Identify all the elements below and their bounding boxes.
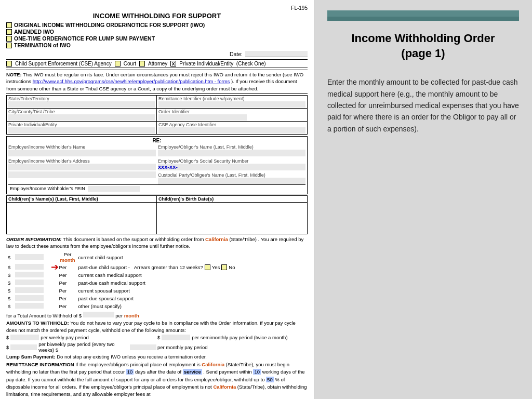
date-input[interactable] [245, 51, 308, 57]
remittance-text1: If the employee/obligor's principal plac… [75, 362, 201, 367]
checkbox-amended[interactable] [6, 29, 12, 35]
amount-field-6[interactable] [15, 303, 44, 309]
remittance-state: California [202, 362, 224, 367]
type-original: ORIGINAL INCOME WITHHOLDING ORDER/NOTICE… [6, 22, 308, 28]
service-label: service [183, 369, 202, 375]
amount-field-3[interactable] [15, 280, 44, 285]
cse-label: Child Support Enforcement (CSE) Agency [15, 61, 112, 66]
type-one-time: ONE-TIME ORDER/NOTICE FOR LUMP SUM PAYME… [6, 35, 308, 42]
order-id-field: Order Identifier [157, 109, 307, 122]
amount-field-4[interactable] [15, 287, 44, 293]
employee-name-value[interactable] [158, 150, 305, 156]
amount-field-0[interactable] [15, 254, 44, 260]
month-label: month [124, 313, 139, 318]
cse-case-id-value[interactable] [158, 127, 305, 134]
weekly-field[interactable] [10, 335, 39, 340]
checkbox-private[interactable]: X [170, 61, 176, 66]
pay-row-semimonthly: $ per semimonthly pay period (twice a mo… [157, 335, 308, 340]
semimonthly-label: per semimonthly pay period (twice a mont… [192, 335, 287, 340]
not-state: California [213, 384, 236, 390]
amount-field-2[interactable] [15, 272, 44, 277]
employer-address-line2[interactable] [8, 171, 156, 178]
type-termination-label: TERMINATION of IWO [14, 42, 71, 48]
employer-name-field: Employer/Income Withholder's Name [8, 144, 156, 156]
arrears-label: Arrears greater than 12 weeks? [134, 264, 203, 270]
form-title: INCOME WITHHOLDING FOR SUPPORT [6, 12, 308, 20]
checkbox-yes[interactable] [205, 264, 210, 270]
fein-value[interactable] [88, 186, 140, 192]
date-row: Date: [6, 51, 308, 57]
pay-row-biweekly: $ per biweekly pay period (every two wee… [6, 341, 156, 353]
checkbox-termination[interactable] [6, 43, 12, 48]
remittance-label: REMITTANCE INFORMATION [6, 362, 74, 367]
employee-ssn-value[interactable]: xxx-xx- [158, 164, 305, 170]
cse-case-id-field: CSE Agency Case Identifier [157, 122, 307, 134]
amount-field-1[interactable] [15, 264, 44, 270]
amount-field-5[interactable] [15, 295, 44, 301]
pay-row-weekly: $ per weekly pay period [6, 335, 156, 340]
note-link[interactable]: http://www.acf.hhs.gov/programs/cse/newh… [33, 78, 230, 84]
percent-value[interactable]: 50 [266, 377, 274, 382]
re-label: RE: [8, 138, 305, 143]
days-value[interactable]: 10 [126, 369, 134, 375]
total-row: for a Total Amount to Withhold of $ per … [6, 312, 308, 318]
amounts-label: AMOUNTS TO WITHHOLD: [6, 320, 69, 326]
monthly-label: per monthly pay period [157, 344, 208, 350]
remittance-id-field: Remittance Identifier (include w/payment… [157, 96, 307, 109]
private-entity-value[interactable] [8, 127, 155, 134]
total-label: for a Total Amount to Withhold of $ [6, 313, 82, 318]
custodial-name-value[interactable] [158, 178, 305, 184]
checkbox-one-time[interactable] [6, 36, 12, 42]
amount-label-4: current spousal support [78, 287, 307, 294]
state-territory-value[interactable] [8, 101, 155, 108]
info-panel-header-bar [327, 10, 519, 17]
per-label: per [115, 313, 124, 318]
type-amended-label: AMENDED IWO [14, 29, 54, 35]
sender-row: Child Support Enforcement (CSE) Agency C… [6, 59, 308, 68]
total-field[interactable] [83, 312, 114, 317]
children-section: Child(ren)'s Name(s) (Last, First, Middl… [6, 195, 308, 234]
info-panel: Income Withholding Order(page 1) Enter t… [314, 0, 532, 399]
checkbox-cse[interactable] [6, 61, 12, 66]
checkbox-attorney[interactable] [139, 61, 145, 66]
arrears-question: Arrears greater than 12 weeks? Yes No [134, 264, 235, 270]
remittance-section: REMITTANCE INFORMATION If the employee/o… [6, 361, 308, 399]
order-info-label: ORDER INFORMATION: [6, 236, 61, 242]
attorney-label: Attorney [148, 61, 167, 66]
yes-label: Yes [212, 264, 220, 270]
employer-address-line1[interactable] [8, 164, 156, 170]
city-county-field: City/County/Dist./Tribe [7, 109, 157, 122]
info-panel-header-bar2 [327, 17, 519, 21]
note-bold: NOTE: [6, 72, 22, 77]
semimonthly-field[interactable] [162, 335, 190, 340]
children-names-header: Child(ren)'s Name(s) (Last, First, Middl… [7, 196, 157, 203]
children-dob-header: Child(ren)'s Birth Date(s) [157, 196, 307, 203]
court-label: Court [124, 61, 136, 66]
biweekly-field2[interactable] [130, 344, 156, 350]
biweekly-field[interactable] [10, 344, 37, 350]
city-county-value[interactable] [8, 114, 155, 121]
document-panel: FL-195 INCOME WITHHOLDING FOR SUPPORT OR… [0, 0, 314, 399]
checkbox-original[interactable] [6, 22, 12, 28]
checkbox-no[interactable] [221, 264, 227, 270]
pay-row-monthly: per monthly pay period [157, 341, 308, 353]
payment-days[interactable]: 10 [253, 369, 261, 375]
note-section: NOTE: This IWO must be regular on its fa… [6, 70, 308, 94]
form-number: FL-195 [6, 5, 308, 11]
amount-label-6: other (must specify) [78, 303, 307, 310]
pay-periods-grid: $ per weekly pay period $ per semimonthl… [6, 335, 308, 353]
type-one-time-label: ONE-TIME ORDER/NOTICE FOR LUMP SUM PAYME… [14, 35, 155, 42]
state-territory-field: State/Tribe/Territory [7, 96, 157, 109]
weekly-label: per weekly pay period [41, 335, 88, 340]
remittance-id-value[interactable] [158, 101, 305, 108]
employer-name-value[interactable] [8, 150, 156, 156]
re-section: RE: Employer/Income Withholder's Name Em… [6, 136, 308, 194]
amounts-to-withhold-section: AMOUNTS TO WITHHOLD: You do not have to … [6, 320, 308, 334]
lump-sum-row: Lump Sum Payment: Do not stop any existi… [6, 354, 308, 360]
date-label: Date: [230, 51, 243, 57]
checkbox-court[interactable] [115, 61, 121, 66]
top-fields-grid: State/Tribe/Territory Remittance Identif… [6, 95, 308, 135]
order-id-value[interactable] [158, 114, 247, 121]
fein-label: Employer/Income Withholder's FEIN [10, 186, 85, 191]
amount-label-1: past-due child support - [78, 264, 130, 270]
